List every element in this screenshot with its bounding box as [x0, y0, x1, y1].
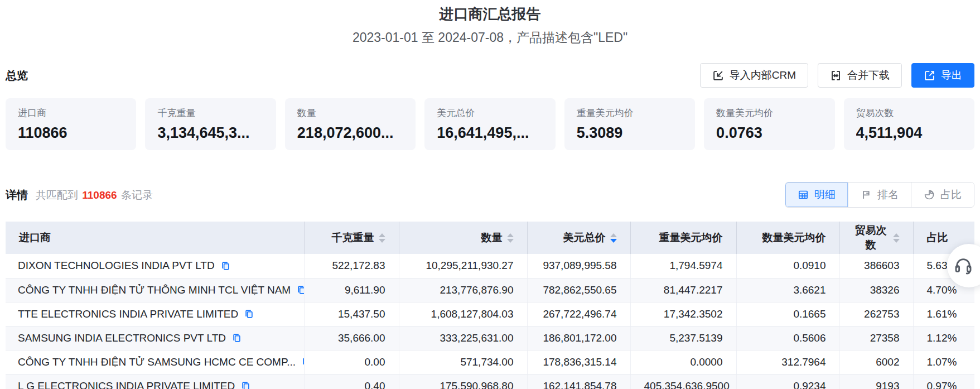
importer-name[interactable]: DIXON TECHNOLOGIES INDIA PVT LTD — [18, 260, 215, 272]
sort-carets-icon[interactable] — [507, 233, 514, 243]
copy-icon[interactable] — [231, 333, 242, 343]
importer-name[interactable]: SAMSUNG INDIA ELECTRONICS PVT LTD — [18, 332, 226, 344]
sort-asc-icon[interactable] — [379, 233, 385, 237]
button-label: 合并下载 — [847, 68, 890, 83]
importer-cell: CÔNG TY TNHH ĐIỆN TỬ SAMSUNG HCMC CE COM… — [6, 350, 304, 374]
stat-card-label: 贸易次数 — [856, 107, 962, 119]
value-cell: 35,666.00 — [304, 326, 399, 350]
value-cell: 81,447.2217 — [630, 278, 736, 302]
copy-icon[interactable] — [296, 285, 304, 295]
column-label: 千克重量 — [332, 230, 374, 245]
importer-name-group: SAMSUNG INDIA ELECTRONICS PVT LTD — [18, 332, 291, 344]
sort-desc-icon[interactable] — [379, 239, 385, 243]
stat-card-value: 3,134,645,3... — [157, 124, 263, 142]
column-header[interactable]: 贸易次数 — [839, 222, 913, 254]
sort-desc-icon[interactable] — [610, 239, 617, 243]
column-header-content: 美元总价 — [528, 230, 630, 245]
importers-table: 进口商千克重量数量美元总价重量美元均价数量美元均价贸易次数占比 DIXON TE… — [6, 222, 974, 389]
importer-cell: TTE ELECTRONICS INDIA PRIVATE LIMITED — [6, 302, 304, 326]
importer-name-group: CÔNG TY TNHH ĐIỆN TỬ SAMSUNG HCMC CE COM… — [18, 356, 291, 368]
value-cell: 571,734.00 — [399, 350, 527, 374]
sort-desc-icon[interactable] — [507, 239, 514, 243]
column-header[interactable]: 美元总价 — [527, 222, 630, 254]
value-cell: 0.5606 — [736, 326, 839, 350]
value-cell: 17,342.3502 — [630, 302, 736, 326]
column-label: 进口商 — [19, 230, 51, 245]
value-cell: 162,141,854.78 — [527, 374, 630, 389]
button-label: 导出 — [941, 68, 962, 83]
value-cell: 333,225,631.00 — [399, 326, 527, 350]
tab-ranking[interactable]: 排名 — [848, 183, 911, 207]
stat-card: 数量美元均价0.0763 — [704, 98, 834, 150]
stat-card: 数量218,072,600... — [285, 98, 416, 150]
match-prefix: 共匹配到 — [36, 189, 78, 201]
merge-download-icon — [830, 70, 842, 81]
importer-name-group: CÔNG TY TNHH ĐIỆN TỬ THÔNG MINH TCL VIỆT… — [18, 284, 291, 296]
column-header-content: 占比 — [914, 230, 975, 245]
sort-carets-icon[interactable] — [379, 233, 385, 243]
value-cell: 1.12% — [913, 326, 974, 350]
merge-download-button[interactable]: 合并下载 — [818, 63, 902, 88]
value-cell: 522,172.83 — [304, 254, 399, 278]
view-switcher: 明细排名占比 — [785, 182, 974, 208]
copy-icon[interactable] — [244, 309, 254, 319]
stat-card: 千克重量3,134,645,3... — [145, 98, 276, 150]
stat-card-value: 218,072,600... — [297, 124, 403, 142]
copy-icon[interactable] — [301, 357, 304, 367]
sort-desc-icon[interactable] — [893, 239, 900, 243]
value-cell: 5,237.5139 — [630, 326, 736, 350]
stat-card-value: 0.0763 — [716, 124, 822, 142]
stat-card-value: 5.3089 — [577, 124, 683, 142]
value-cell: 0.0000 — [630, 350, 736, 374]
export-button[interactable]: 导出 — [911, 63, 974, 88]
ranking-icon — [861, 189, 872, 200]
importer-name[interactable]: L G ELECTRONICS INDIA PRIVATE LIMITED — [18, 380, 235, 389]
column-header-content: 进口商 — [6, 230, 304, 245]
sort-asc-icon[interactable] — [893, 233, 900, 237]
importer-name-group: L G ELECTRONICS INDIA PRIVATE LIMITED — [18, 380, 291, 389]
sort-carets-icon[interactable] — [610, 233, 617, 243]
column-header[interactable]: 千克重量 — [304, 222, 399, 254]
importer-summary-report-page: 进口商汇总报告 2023-01-01 至 2024-07-08，产品描述包含"L… — [0, 0, 980, 389]
column-label: 重量美元均价 — [659, 230, 723, 245]
importer-name-group: DIXON TECHNOLOGIES INDIA PVT LTD — [18, 260, 291, 272]
table-row: L G ELECTRONICS INDIA PRIVATE LIMITED0.4… — [6, 374, 974, 389]
value-cell: 178,836,315.14 — [527, 350, 630, 374]
sort-carets-icon[interactable] — [893, 233, 900, 243]
value-cell: 1,608,127,804.03 — [399, 302, 527, 326]
column-label: 数量美元均价 — [762, 230, 826, 245]
table-row: TTE ELECTRONICS INDIA PRIVATE LIMITED15,… — [6, 302, 974, 326]
stat-card: 进口商110866 — [6, 98, 136, 150]
stat-card-value: 110866 — [18, 124, 124, 142]
value-cell: 9193 — [839, 374, 913, 389]
column-label: 数量 — [481, 230, 503, 245]
column-header[interactable]: 数量 — [399, 222, 527, 254]
importer-name[interactable]: CÔNG TY TNHH ĐIỆN TỬ SAMSUNG HCMC CE COM… — [18, 356, 296, 368]
import-crm-button[interactable]: 导入内部CRM — [700, 63, 808, 88]
copy-icon[interactable] — [240, 381, 251, 389]
overview-stat-cards: 进口商110866千克重量3,134,645,3...数量218,072,600… — [6, 98, 974, 150]
stat-card-label: 千克重量 — [157, 107, 263, 119]
table-header-row: 进口商千克重量数量美元总价重量美元均价数量美元均价贸易次数占比 — [6, 222, 974, 254]
value-cell: 213,776,876.90 — [399, 278, 527, 302]
stat-card-label: 数量美元均价 — [716, 107, 822, 119]
value-cell: 937,089,995.58 — [527, 254, 630, 278]
copy-icon[interactable] — [220, 261, 231, 271]
match-summary: 共匹配到 110866 条记录 — [36, 188, 153, 203]
tab-share[interactable]: 占比 — [911, 183, 974, 207]
value-cell: 262753 — [839, 302, 913, 326]
importer-cell: DIXON TECHNOLOGIES INDIA PVT LTD — [6, 254, 304, 278]
stat-card: 重量美元均价5.3089 — [564, 98, 695, 150]
toolbar-buttons: 导入内部CRM合并下载导出 — [700, 63, 974, 88]
table-row: SAMSUNG INDIA ELECTRONICS PVT LTD35,666.… — [6, 326, 974, 350]
sort-asc-icon[interactable] — [507, 233, 514, 237]
importer-name[interactable]: TTE ELECTRONICS INDIA PRIVATE LIMITED — [18, 308, 238, 320]
sort-asc-icon[interactable] — [610, 233, 617, 237]
importer-name[interactable]: CÔNG TY TNHH ĐIỆN TỬ THÔNG MINH TCL VIỆT… — [18, 284, 291, 296]
tab-detail[interactable]: 明细 — [785, 183, 848, 207]
importer-cell: CÔNG TY TNHH ĐIỆN TỬ THÔNG MINH TCL VIỆT… — [6, 278, 304, 302]
column-label: 占比 — [927, 230, 948, 245]
value-cell: 0.40 — [304, 374, 399, 389]
tab-label: 排名 — [877, 188, 899, 202]
value-cell: 186,801,172.00 — [527, 326, 630, 350]
